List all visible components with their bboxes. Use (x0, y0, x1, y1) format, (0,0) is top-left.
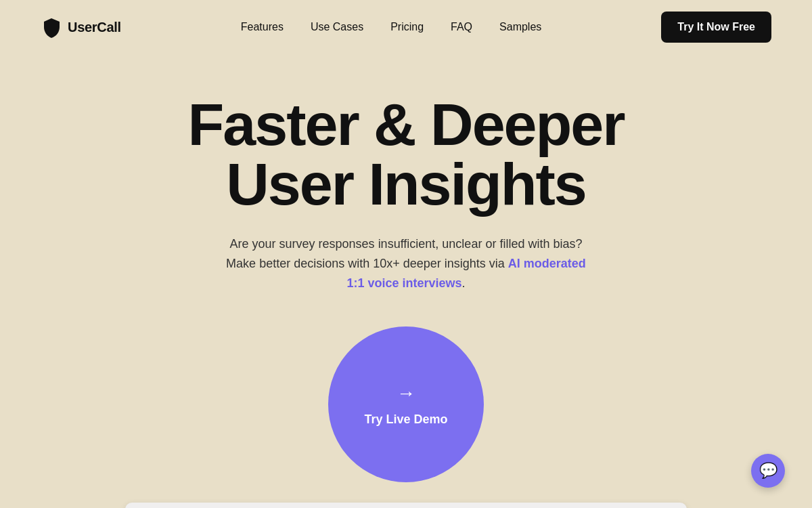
nav-item-samples[interactable]: Samples (499, 21, 541, 33)
hero-subtitle-after: . (462, 276, 466, 290)
demo-label: Try Live Demo (364, 412, 447, 427)
nav-links: Features Use Cases Pricing FAQ Samples (241, 21, 542, 33)
hero-title-line1: Faster & Deeper (188, 91, 625, 158)
chat-icon: 💬 (759, 462, 777, 480)
nav-link-faq[interactable]: FAQ (451, 21, 472, 33)
try-it-now-button[interactable]: Try It Now Free (661, 12, 771, 43)
hero-title-line2: User Insights (226, 150, 585, 217)
hero-subtitle: Are your survey responses insufficient, … (223, 234, 589, 293)
logo-text: UserCall (68, 20, 121, 35)
try-live-demo-button[interactable]: → Try Live Demo (328, 326, 484, 482)
nav-link-samples[interactable]: Samples (499, 21, 541, 33)
nav-link-features[interactable]: Features (241, 21, 284, 33)
nav-item-faq[interactable]: FAQ (451, 21, 472, 33)
hero-section: Faster & Deeper User Insights Are your s… (0, 54, 812, 482)
nav-item-pricing[interactable]: Pricing (390, 21, 424, 33)
arrow-right-icon: → (397, 383, 415, 404)
nav-item-use-cases[interactable]: Use Cases (311, 21, 363, 33)
chat-bubble-button[interactable]: 💬 (751, 454, 785, 488)
demo-section: → Try Live Demo erview/92d3acf3-6365-451… (41, 326, 771, 482)
nav-link-pricing[interactable]: Pricing (390, 21, 424, 33)
logo-icon (41, 16, 62, 38)
logo-link[interactable]: UserCall (41, 16, 121, 38)
navbar: UserCall Features Use Cases Pricing FAQ … (0, 0, 812, 54)
nav-link-use-cases[interactable]: Use Cases (311, 21, 363, 33)
browser-bar: erview/92d3acf3-6365-4510-a047-b505... ⬆… (125, 503, 687, 508)
nav-item-features[interactable]: Features (241, 21, 284, 33)
hero-title: Faster & Deeper User Insights (188, 95, 625, 214)
